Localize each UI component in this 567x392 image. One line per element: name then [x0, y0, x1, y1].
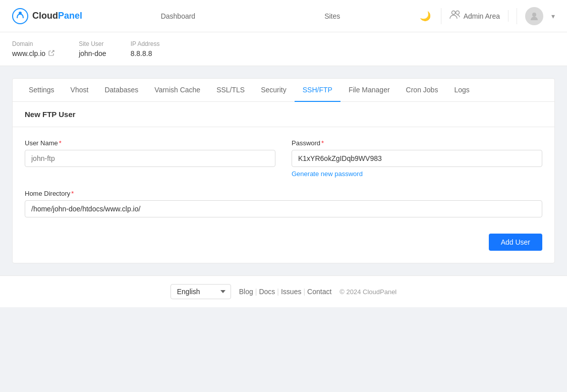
home-dir-input[interactable] [25, 200, 542, 217]
form-row-1: User Name* Password* Generate new passwo… [25, 139, 542, 178]
domain-label: Domain [12, 40, 54, 47]
form-body: User Name* Password* Generate new passwo… [13, 127, 554, 263]
tab-security[interactable]: Security [253, 79, 295, 102]
header-right: 🌙 Admin Area ▾ [418, 7, 555, 25]
tab-ssl-tls[interactable]: SSL/TLS [208, 79, 253, 102]
main-card: SettingsVhostDatabasesVarnish CacheSSL/T… [12, 78, 555, 263]
tab-file-manager[interactable]: File Manager [341, 79, 398, 102]
ip-address-info: IP Address 8.8.8.8 [131, 40, 160, 58]
tab-vhost[interactable]: Vhost [63, 79, 97, 102]
tab-varnish-cache[interactable]: Varnish Cache [146, 79, 208, 102]
footer-copyright: © 2024 CloudPanel [339, 288, 396, 296]
tab-databases[interactable]: Databases [96, 79, 146, 102]
user-icon [529, 11, 539, 21]
footer-link-blog[interactable]: Blog [239, 288, 253, 296]
domain-external-link[interactable] [48, 50, 54, 58]
footer: EnglishDeutschFrançaisEspañol Blog | Doc… [0, 275, 567, 307]
header-divider-2 [517, 8, 517, 24]
footer-links: Blog | Docs | Issues | Contact [239, 288, 332, 296]
username-input[interactable] [25, 150, 275, 167]
language-select[interactable]: EnglishDeutschFrançaisEspañol [171, 284, 231, 299]
footer-separator: | [277, 288, 279, 296]
main-nav: Dashboard Sites [109, 12, 402, 20]
logo-icon [12, 8, 28, 24]
home-dir-group: Home Directory* [25, 190, 542, 217]
password-input[interactable] [292, 150, 542, 167]
svg-point-0 [13, 9, 28, 24]
tab-bar: SettingsVhostDatabasesVarnish CacheSSL/T… [13, 79, 554, 102]
tab-ssh-ftp[interactable]: SSH/FTP [295, 79, 341, 102]
domain-info: Domain www.clp.io [12, 40, 54, 58]
svg-point-2 [451, 11, 455, 15]
info-bar: Domain www.clp.io Site User john-doe IP … [0, 32, 567, 66]
tab-settings[interactable]: Settings [21, 79, 63, 102]
footer-separator: | [303, 288, 305, 296]
footer-separator: | [255, 288, 257, 296]
footer-link-contact[interactable]: Contact [307, 288, 331, 296]
home-dir-label: Home Directory* [25, 190, 542, 197]
tab-cron-jobs[interactable]: Cron Jobs [398, 79, 446, 102]
footer-link-docs[interactable]: Docs [259, 288, 275, 296]
admin-area-link[interactable]: Admin Area [449, 10, 508, 22]
section-title: New FTP User [25, 110, 542, 119]
domain-value: www.clp.io [12, 49, 54, 58]
nav-dashboard[interactable]: Dashboard [109, 12, 247, 20]
admin-area-label: Admin Area [464, 12, 500, 20]
dark-mode-button[interactable]: 🌙 [418, 9, 433, 24]
add-user-button[interactable]: Add User [489, 234, 542, 251]
form-row-2: Home Directory* [25, 190, 542, 217]
main-content: SettingsVhostDatabasesVarnish CacheSSL/T… [0, 66, 567, 275]
password-label: Password* [292, 139, 542, 147]
site-user-info: Site User john-doe [79, 40, 106, 58]
header-divider [441, 8, 441, 24]
form-actions: Add User [25, 230, 542, 251]
logo: CloudPanel [12, 8, 93, 24]
logo-text: CloudPanel [32, 11, 82, 21]
generate-password-button[interactable]: Generate new password [292, 170, 363, 178]
user-dropdown-caret[interactable]: ▾ [551, 12, 555, 20]
header: CloudPanel Dashboard Sites 🌙 Admin Area [0, 0, 567, 32]
username-label: User Name* [25, 139, 275, 147]
ip-address-label: IP Address [131, 40, 160, 47]
tab-logs[interactable]: Logs [446, 79, 477, 102]
svg-point-3 [456, 11, 459, 15]
password-group: Password* Generate new password [292, 139, 542, 178]
footer-link-issues[interactable]: Issues [281, 288, 301, 296]
external-link-icon [48, 50, 54, 56]
ip-address-value: 8.8.8.8 [131, 49, 160, 58]
site-user-label: Site User [79, 40, 106, 47]
nav-sites[interactable]: Sites [263, 12, 402, 20]
svg-point-1 [19, 12, 22, 15]
user-avatar[interactable] [525, 7, 543, 25]
admin-area-icon [449, 10, 461, 22]
svg-point-4 [532, 13, 536, 17]
section-header: New FTP User [13, 102, 554, 127]
site-user-value: john-doe [79, 49, 106, 58]
username-group: User Name* [25, 139, 275, 178]
